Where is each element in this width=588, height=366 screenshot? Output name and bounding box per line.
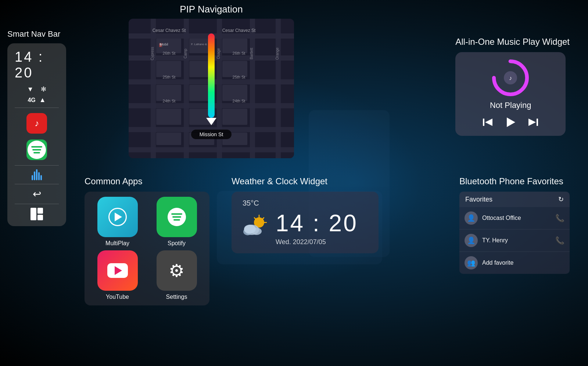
smart-nav-bar-title: Smart Nav Bar — [7, 29, 66, 39]
svg-text:♪: ♪ — [509, 75, 512, 81]
svg-rect-11 — [276, 19, 281, 158]
apps-grid: MultiPlay Spotify YouTube — [85, 192, 209, 305]
svg-rect-23 — [222, 109, 247, 125]
weather-icon — [243, 214, 268, 242]
weather-time: 14 : 20 — [276, 210, 358, 237]
svg-text:Mobil: Mobil — [160, 43, 168, 46]
spotify-line-1 — [171, 213, 182, 215]
play-pause-button[interactable] — [504, 116, 517, 128]
spotify-circle — [28, 141, 46, 159]
app-item-settings[interactable]: ⚙ Settings — [149, 250, 204, 300]
svg-line-59 — [254, 218, 256, 219]
add-favorite-icon: 👥 — [465, 256, 478, 269]
music-widget: ♪ Not Playing — [455, 52, 566, 136]
spotify-icon — [168, 208, 186, 226]
music-status: Not Playing — [466, 101, 555, 110]
bluetooth-title: Bluetooth Phone Favorites — [459, 176, 570, 186]
add-favorite-label: Add favorite — [482, 260, 564, 266]
play-icon — [504, 116, 517, 128]
nav-status-icons: ▼ ✻ — [27, 85, 47, 93]
spotify-icon-bg — [157, 197, 197, 237]
svg-marker-52 — [507, 117, 515, 127]
contact-avatar-ottocast: 👤 — [465, 211, 478, 225]
svg-text:Mission St: Mission St — [200, 131, 223, 137]
nav-divider-3 — [15, 184, 59, 184]
app-item-youtube[interactable]: YouTube — [90, 250, 145, 300]
youtube-icon — [107, 263, 128, 278]
svg-rect-21 — [156, 109, 181, 125]
signal-icon: ▲ — [39, 96, 46, 104]
pip-navigation-section: PIP Navigation — [129, 4, 294, 158]
weather-time-section: 14 : 20 Wed. 2022/07/05 — [276, 210, 358, 246]
weather-section: Weather & Clock Widget 35°C — [232, 176, 379, 253]
spotify-line-2 — [172, 216, 181, 218]
spotify-label: Spotify — [168, 240, 186, 247]
svg-marker-54 — [528, 119, 536, 126]
call-icon-ottocast[interactable]: 📞 — [555, 214, 564, 222]
settings-label: Settings — [166, 294, 187, 300]
bluetooth-section: Bluetooth Phone Favorites Favorites ↻ 👤 … — [459, 176, 570, 274]
contact-name-henry: TY. Henry — [482, 237, 551, 244]
music-app-icon[interactable]: ♪ — [26, 113, 47, 134]
music-note-icon: ♪ — [35, 118, 39, 128]
prev-track-button[interactable] — [482, 117, 493, 128]
refresh-icon[interactable]: ↻ — [558, 195, 564, 203]
next-icon — [528, 117, 539, 128]
svg-rect-53 — [537, 119, 538, 126]
smart-nav-bar: Smart Nav Bar 14 : 20 ▼ ✻ 4G ▲ ♪ — [7, 29, 66, 226]
voice-icon[interactable] — [32, 169, 42, 180]
youtube-icon-bg — [97, 250, 138, 291]
weather-widget: 35°C 14 : 20 — [232, 192, 379, 253]
youtube-play-arrow — [115, 266, 122, 275]
common-apps-section: Common Apps MultiPlay Spotify — [85, 176, 209, 305]
svg-text:Cesar Chavez St: Cesar Chavez St — [222, 28, 256, 33]
music-widget-title: All-in-One Music Play Widget — [455, 37, 570, 47]
gear-icon: ⚙ — [169, 260, 184, 281]
pip-map[interactable]: Cesar Chavez St Cesar Chavez St 26th St … — [129, 19, 294, 158]
prev-icon — [482, 117, 493, 128]
app-item-spotify[interactable]: Spotify — [149, 197, 204, 247]
call-icon-henry[interactable]: 📞 — [555, 236, 564, 245]
spotify-bar-2 — [32, 149, 41, 151]
svg-rect-50 — [483, 119, 484, 126]
contact-item-ottocast[interactable]: 👤 Ottocast Office 📞 — [459, 207, 570, 229]
next-track-button[interactable] — [528, 117, 539, 128]
contact-item-henry[interactable]: 👤 TY. Henry 📞 — [459, 229, 570, 252]
multiplay-play-arrow — [115, 213, 122, 221]
nav-signal-row: 4G ▲ — [28, 96, 46, 104]
app-item-multiplay[interactable]: MultiPlay — [90, 197, 145, 247]
nav-divider-4 — [15, 204, 59, 204]
svg-text:Cypress: Cypress — [150, 47, 154, 61]
back-button[interactable]: ↩ — [33, 188, 41, 200]
svg-marker-51 — [485, 119, 492, 126]
svg-rect-8 — [184, 19, 189, 158]
bluetooth-widget: Favorites ↻ 👤 Ottocast Office 📞 👤 TY. He… — [459, 192, 570, 274]
spotify-app-icon[interactable] — [26, 139, 47, 160]
youtube-label: YouTube — [106, 294, 129, 300]
multiplay-icon — [108, 208, 127, 226]
music-controls — [466, 116, 555, 128]
music-disc: ♪ — [492, 59, 529, 96]
nav-time: 14 : 20 — [15, 49, 59, 81]
map-svg: Cesar Chavez St Cesar Chavez St 26th St … — [129, 19, 294, 158]
weather-title: Weather & Clock Widget — [232, 176, 379, 186]
nav-divider-2 — [15, 165, 59, 166]
weather-date: Wed. 2022/07/05 — [276, 238, 358, 246]
disc-svg: ♪ — [492, 59, 529, 96]
contact-avatar-henry: 👤 — [465, 234, 478, 247]
svg-text:26th St: 26th St — [163, 51, 176, 55]
add-favorite-item[interactable]: 👥 Add favorite — [459, 252, 570, 274]
spotify-bar-1 — [31, 146, 42, 148]
weather-svg — [243, 214, 268, 236]
multiplay-icon-bg — [97, 197, 138, 237]
contact-name-ottocast: Ottocast Office — [482, 215, 551, 221]
svg-rect-7 — [151, 19, 156, 158]
grid-view-icon[interactable] — [31, 208, 43, 220]
svg-text:Osage: Osage — [216, 48, 220, 59]
multiplay-label: MultiPlay — [105, 240, 129, 247]
svg-rect-24 — [156, 133, 181, 145]
bluetooth-header: Favorites ↻ — [459, 192, 570, 207]
svg-rect-10 — [250, 19, 255, 158]
svg-point-63 — [244, 225, 256, 233]
svg-text:24th St: 24th St — [233, 99, 245, 103]
